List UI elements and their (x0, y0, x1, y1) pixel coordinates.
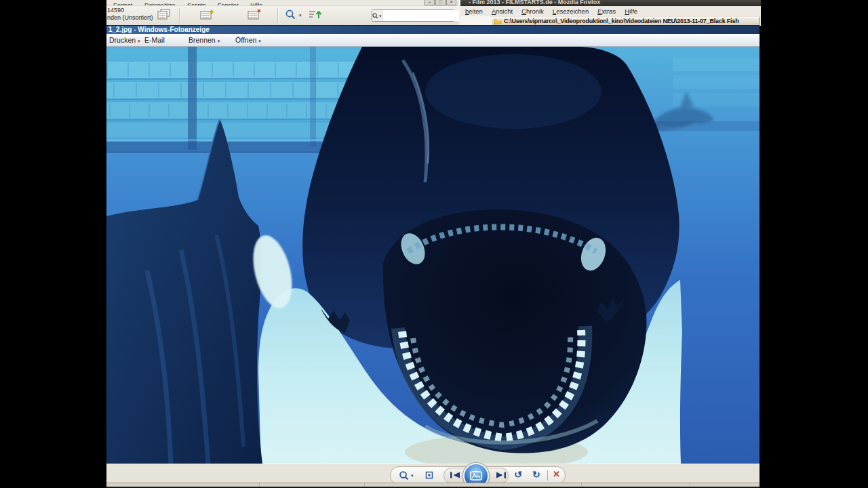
records-stack-icon[interactable] (157, 9, 172, 23)
toolbar-divider (179, 8, 180, 23)
find-dropdown-caret[interactable]: ▾ (299, 13, 302, 18)
delete-button[interactable]: ✕ (553, 469, 560, 479)
new-record-icon[interactable] (200, 9, 215, 23)
open-button[interactable]: Öffnen▾ (235, 36, 261, 44)
controls-pill: ▾ (390, 466, 566, 485)
record-count: 14590 (107, 7, 156, 14)
search-icon (372, 13, 378, 19)
search-field[interactable]: ▾ (372, 9, 454, 22)
delete-record-icon[interactable] (248, 9, 262, 23)
zoom-icon[interactable] (399, 470, 410, 484)
minimize-button[interactable]: – (425, 0, 435, 5)
browser-window: - Film 2013 - FILMSTARTS.de - Mozilla Fi… (459, 0, 761, 26)
search-scope-selector[interactable]: ▾ (372, 10, 382, 21)
menu-lesezeichen[interactable]: Lesezeichen (553, 7, 589, 15)
maximize-button[interactable]: □ (435, 0, 446, 5)
controls-divider (547, 470, 548, 481)
browser-titlebar: - Film 2013 - FILMSTARTS.de - Mozilla Fi… (460, 0, 761, 6)
print-button[interactable]: Drucken▾ (109, 36, 140, 44)
menu-ansicht[interactable]: Ansicht (492, 7, 513, 15)
database-toolbar: 14590 nden (Unsortiert) (106, 6, 459, 25)
open-caret: ▾ (258, 39, 261, 43)
search-input[interactable] (382, 10, 465, 21)
menu-hilfe-browser[interactable]: Hilfe (625, 7, 637, 15)
database-menubar: Format Datensätze Scripts Fenster Hilfe … (106, 0, 459, 6)
previous-button[interactable] (448, 470, 464, 483)
print-caret: ▾ (138, 39, 140, 43)
rotate-ccw-button[interactable]: ↺ (514, 469, 522, 480)
browser-third-row: Bookm C:\Users\vipmarco\_Videoproduktion… (460, 16, 761, 26)
sort-icon[interactable] (309, 9, 323, 23)
folder-path: C:\Users\vipmarco\_Videoproduktion\_kino… (504, 18, 739, 24)
burn-caret: ▾ (218, 39, 220, 43)
screen: Format Datensätze Scripts Fenster Hilfe … (0, 0, 868, 488)
toolbar-divider (277, 8, 279, 23)
next-button[interactable] (492, 470, 509, 483)
browser-title: - Film 2013 - FILMSTARTS.de - Mozilla Fi… (460, 0, 761, 5)
slideshow-icon (470, 471, 482, 481)
record-status: 14590 nden (Unsortiert) (107, 7, 156, 22)
folder-icon (494, 18, 502, 24)
photo-viewer-window: 1_2.jpg - Windows-Fotoanzeige Drucken▾ E… (106, 25, 760, 483)
menu-bearbeiten[interactable]: beiten (465, 7, 483, 15)
find-magnifier-icon[interactable] (285, 9, 297, 23)
search-scope-caret: ▾ (379, 14, 382, 18)
database-app-window: Format Datensätze Scripts Fenster Hilfe … (106, 0, 459, 25)
found-status: nden (Unsortiert) (107, 14, 156, 22)
rotate-cw-button[interactable]: ↻ (532, 469, 540, 480)
actual-size-icon[interactable] (425, 470, 435, 483)
close-button[interactable]: × (446, 0, 456, 5)
zoom-dropdown-caret[interactable]: ▾ (411, 473, 414, 478)
burn-button[interactable]: Brennen▾ (189, 36, 220, 44)
photo-orca (106, 47, 760, 464)
photo-viewer-toolbar: Drucken▾ E-Mail Brennen▾ Öffnen▾ (106, 34, 760, 47)
photo-viewer-title: 1_2.jpg - Windows-Fotoanzeige (106, 26, 760, 34)
photo-viewer-controls-bar: ▾ (106, 464, 760, 483)
explorer-path-bar[interactable]: C:\Users\vipmarco\_Videoproduktion\_kino… (491, 17, 760, 26)
email-button[interactable]: E-Mail (144, 36, 165, 44)
window-controls: – □ × (425, 0, 456, 5)
menu-chronik[interactable]: Chronik (521, 7, 544, 15)
photo-viewer-titlebar[interactable]: 1_2.jpg - Windows-Fotoanzeige (106, 26, 760, 34)
menu-extras[interactable]: Extras (597, 7, 616, 15)
bookmarks-toolbar-fragment: Bookm (460, 16, 492, 26)
browser-menubar: beiten Ansicht Chronik Lesezeichen Extra… (460, 6, 761, 16)
